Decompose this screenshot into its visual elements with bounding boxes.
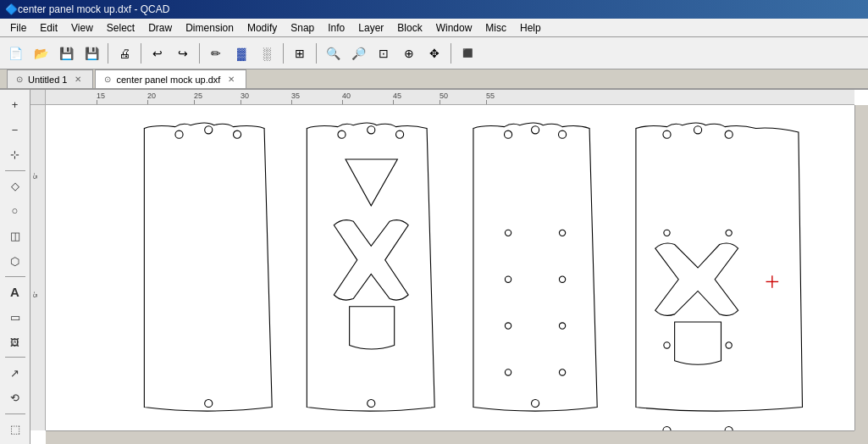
svg-point-1 xyxy=(205,126,213,134)
svg-point-14 xyxy=(505,276,511,282)
ruler-corner xyxy=(30,90,46,105)
rotate-tool[interactable]: ⟲ xyxy=(3,386,27,410)
svg-point-3 xyxy=(205,399,213,407)
menu-item-draw[interactable]: Draw xyxy=(141,20,179,36)
bg-color-button[interactable]: ░ xyxy=(255,42,279,65)
save-button[interactable]: 💾 xyxy=(54,42,78,65)
box-tool[interactable]: ▭ xyxy=(3,305,27,329)
3d-box-tool[interactable]: ⬚ xyxy=(3,418,27,441)
ruler-h-label-4: 35 xyxy=(291,92,300,100)
panel-2 xyxy=(307,123,434,411)
menu-item-window[interactable]: Window xyxy=(429,20,479,36)
tab-icon-0: ⊙ xyxy=(16,75,23,84)
zoom-out-left[interactable]: − xyxy=(3,119,27,142)
svg-point-2 xyxy=(234,130,241,138)
open-button[interactable]: 📂 xyxy=(29,42,53,65)
menu-item-view[interactable]: View xyxy=(64,20,100,36)
ruler-h-label-3: 30 xyxy=(240,92,249,100)
menu-item-dimension[interactable]: Dimension xyxy=(179,20,240,36)
tab-label-0: Untitled 1 xyxy=(28,75,67,85)
left-separator xyxy=(5,170,25,171)
menu-item-file[interactable]: File xyxy=(3,20,33,36)
title-bar-icon: 🔷 xyxy=(5,3,18,15)
draw-button[interactable]: ✏ xyxy=(204,42,228,65)
tab-bar: ⊙Untitled 1✕⊙center panel mock up.dxf✕ xyxy=(0,69,868,90)
circle-snap[interactable]: ○ xyxy=(3,199,27,223)
tab-0[interactable]: ⊙Untitled 1✕ xyxy=(7,69,93,88)
ruler-v-label-1: -5 xyxy=(31,291,39,297)
polygon-tool[interactable]: ⬡ xyxy=(3,249,27,273)
svg-point-26 xyxy=(726,230,732,236)
ruler-h-label-0: 15 xyxy=(97,92,105,100)
svg-point-18 xyxy=(505,369,511,375)
menu-item-layer[interactable]: Layer xyxy=(351,20,390,36)
ruler-vertical: -5-5 xyxy=(30,105,46,430)
zoom-fit-button[interactable]: ⊡ xyxy=(372,42,395,65)
svg-point-7 xyxy=(368,399,375,407)
select-rect[interactable]: ◫ xyxy=(3,225,27,248)
undo-button[interactable]: ↩ xyxy=(146,42,169,65)
zoom-in-left[interactable]: + xyxy=(3,93,27,117)
svg-point-17 xyxy=(559,323,565,329)
ruler-h-label-1: 20 xyxy=(147,92,156,100)
toolbar-separator xyxy=(199,43,200,64)
new-button[interactable]: 📄 xyxy=(3,42,27,65)
tab-label-1: center panel mock up.dxf xyxy=(116,75,220,85)
measure-button[interactable]: ⬛ xyxy=(456,42,479,65)
snap-grid-button[interactable]: ⊞ xyxy=(288,42,312,65)
toolbar-separator xyxy=(108,43,108,64)
menu-item-info[interactable]: Info xyxy=(321,20,351,36)
redo-button[interactable]: ↪ xyxy=(171,42,195,65)
svg-point-6 xyxy=(396,130,404,138)
svg-point-20 xyxy=(663,130,671,138)
arrow-tool[interactable]: ↗ xyxy=(3,361,27,385)
svg-point-8 xyxy=(505,130,512,138)
svg-point-9 xyxy=(532,126,539,134)
menu-item-block[interactable]: Block xyxy=(390,20,428,36)
tab-close-0[interactable]: ✕ xyxy=(72,74,84,85)
svg-point-12 xyxy=(505,230,511,236)
scroll-vertical[interactable] xyxy=(854,105,868,430)
menu-bar: FileEditViewSelectDrawDimensionModifySna… xyxy=(0,19,868,37)
left-separator xyxy=(5,276,25,277)
drawing-canvas[interactable] xyxy=(46,105,854,430)
crosshair-tool[interactable]: ⊹ xyxy=(3,143,27,167)
tab-close-1[interactable]: ✕ xyxy=(225,74,237,85)
panel-1 xyxy=(144,123,272,411)
zoom-window-button[interactable]: ⊕ xyxy=(397,42,421,65)
svg-point-22 xyxy=(725,130,733,138)
svg-point-16 xyxy=(505,323,511,329)
svg-point-5 xyxy=(368,126,375,134)
snap-tool[interactable]: ◇ xyxy=(3,175,27,198)
svg-point-27 xyxy=(664,342,670,348)
menu-item-misc[interactable]: Misc xyxy=(478,20,513,36)
left-separator xyxy=(5,357,25,358)
left-separator xyxy=(5,413,25,414)
menu-item-snap[interactable]: Snap xyxy=(284,20,321,36)
toolbar-separator xyxy=(316,43,317,64)
pan-button[interactable]: ✥ xyxy=(423,42,446,65)
toolbar-separator xyxy=(283,43,284,64)
svg-point-25 xyxy=(664,230,670,236)
panel-3 xyxy=(473,123,597,411)
left-toolbar: +−⊹◇○◫⬡A▭🖼↗⟲⬚ xyxy=(0,90,30,444)
svg-point-4 xyxy=(338,130,346,138)
svg-point-21 xyxy=(694,126,702,134)
scroll-corner xyxy=(854,430,868,444)
save-as-button[interactable]: 💾 xyxy=(80,42,103,65)
text-tool[interactable]: A xyxy=(3,280,27,304)
tab-1[interactable]: ⊙center panel mock up.dxf✕ xyxy=(95,69,246,88)
zoom-in-button[interactable]: 🔍 xyxy=(321,42,345,65)
svg-point-28 xyxy=(726,342,732,348)
menu-item-select[interactable]: Select xyxy=(100,20,141,36)
ruler-h-label-2: 25 xyxy=(194,92,202,100)
menu-item-edit[interactable]: Edit xyxy=(33,20,64,36)
image-tool[interactable]: 🖼 xyxy=(3,330,27,354)
canvas-area[interactable]: 152025303540455055 -5-5 xyxy=(30,90,868,444)
fill-color-button[interactable]: ▓ xyxy=(229,42,253,65)
scroll-horizontal[interactable] xyxy=(46,430,854,444)
print-button[interactable]: 🖨 xyxy=(113,42,136,65)
zoom-out-button[interactable]: 🔎 xyxy=(346,42,370,65)
menu-item-modify[interactable]: Modify xyxy=(240,20,284,36)
menu-item-help[interactable]: Help xyxy=(513,20,548,36)
